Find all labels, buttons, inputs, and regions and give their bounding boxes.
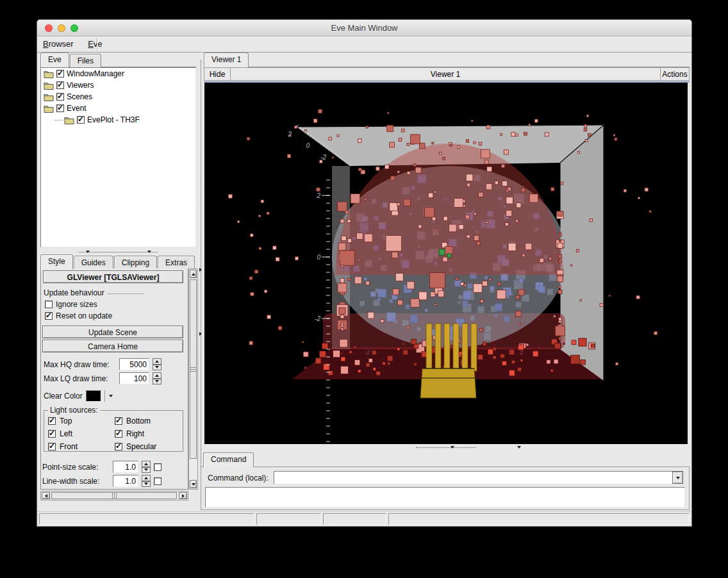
tree-item-windowmanager[interactable]: ✓WindowManager bbox=[41, 68, 195, 79]
splitter-arrow-icon bbox=[451, 446, 454, 449]
command-input[interactable] bbox=[274, 471, 684, 484]
tab-extras[interactable]: Extras bbox=[158, 256, 195, 269]
style-horizontal-scrollbar[interactable] bbox=[40, 491, 188, 500]
number-entry[interactable]: 1.0 bbox=[113, 475, 138, 487]
light-toggle-specular[interactable]: ✓Specular bbox=[115, 442, 179, 451]
scroll-down-icon[interactable] bbox=[190, 480, 197, 488]
folder-icon bbox=[44, 70, 54, 78]
number-entry[interactable]: 100 bbox=[119, 372, 149, 384]
command-combobox[interactable] bbox=[274, 471, 684, 484]
light-label: Front bbox=[60, 442, 78, 451]
number-entry[interactable]: 5000 bbox=[119, 358, 149, 370]
scroll-right-icon[interactable] bbox=[179, 492, 187, 499]
tree-checkbox-3[interactable]: ✓ bbox=[56, 104, 64, 112]
style-vertical-scrollbar[interactable] bbox=[188, 268, 198, 490]
checkbox-label: Ignore sizes bbox=[56, 300, 97, 309]
checkbox-front[interactable]: ✓ bbox=[48, 443, 56, 450]
checkbox-left[interactable]: ✓ bbox=[48, 430, 56, 438]
scroll-left-icon[interactable] bbox=[42, 492, 50, 499]
checkbox-right[interactable]: ✓ bbox=[115, 430, 122, 438]
tree-item-scenes[interactable]: ✓Scenes bbox=[41, 91, 195, 103]
check-mark: ✓ bbox=[46, 311, 52, 320]
tree-style-splitter[interactable] bbox=[40, 249, 196, 254]
checkbox-top[interactable]: ✓ bbox=[48, 417, 56, 425]
scrollbar-thumb[interactable] bbox=[51, 492, 177, 499]
spin-down-icon[interactable] bbox=[142, 481, 151, 488]
spinner[interactable] bbox=[142, 461, 151, 473]
camera-home-button[interactable]: Camera Home bbox=[42, 340, 183, 352]
scroll-up-icon[interactable] bbox=[190, 270, 197, 278]
tree-checkbox-0[interactable]: ✓ bbox=[56, 70, 64, 78]
scrollbar-thumb[interactable] bbox=[190, 279, 197, 459]
field-label: Max HQ draw time: bbox=[44, 360, 116, 369]
eve-tree-panel: ✓WindowManager✓Viewers✓Scenes✓Event✓EveP… bbox=[40, 67, 196, 247]
color-dropdown-icon[interactable] bbox=[109, 395, 113, 397]
light-toggle-bottom[interactable]: ✓Bottom bbox=[115, 417, 179, 425]
scale-extra-checkbox-0[interactable] bbox=[154, 463, 161, 471]
spin-up-icon[interactable] bbox=[142, 475, 151, 481]
statusbar bbox=[37, 511, 691, 526]
light-toggle-front[interactable]: ✓Front bbox=[48, 442, 112, 451]
tab-files[interactable]: Files bbox=[70, 54, 101, 67]
command-tabrow: Command bbox=[203, 452, 690, 467]
tab-style[interactable]: Style bbox=[40, 254, 73, 269]
scale-label: Point-size scale: bbox=[42, 463, 110, 472]
actions-button[interactable]: Actions bbox=[661, 68, 689, 80]
style-pane: StyleGuidesClippingExtras GLViewer [TGLS… bbox=[40, 254, 198, 511]
svg-text:2: 2 bbox=[316, 192, 320, 199]
checkbox-ignore-sizes[interactable] bbox=[45, 301, 53, 308]
menu-browser[interactable]: Browser bbox=[37, 37, 79, 51]
tab-command[interactable]: Command bbox=[203, 452, 254, 467]
spin-down-icon[interactable] bbox=[153, 379, 161, 385]
divider bbox=[108, 293, 144, 294]
number-entry[interactable]: 1.0 bbox=[113, 461, 138, 473]
scale-extra-checkbox-1[interactable] bbox=[154, 477, 161, 485]
update-scene-button[interactable]: Update Scene bbox=[42, 326, 183, 338]
light-label: Specular bbox=[126, 442, 156, 451]
tree-checkbox-4[interactable]: ✓ bbox=[77, 116, 85, 124]
light-sources-title: Light sources: bbox=[48, 406, 100, 415]
clear-color-swatch[interactable] bbox=[86, 390, 101, 402]
light-toggle-left[interactable]: ✓Left bbox=[48, 429, 112, 438]
tree-checkbox-1[interactable]: ✓ bbox=[56, 81, 64, 89]
tab-clipping[interactable]: Clipping bbox=[114, 256, 157, 269]
command-output[interactable] bbox=[205, 487, 685, 508]
splitter-arrow-icon bbox=[199, 268, 202, 272]
folder-icon bbox=[44, 81, 54, 90]
tab-eve[interactable]: Eve bbox=[40, 53, 69, 67]
tree-item-event[interactable]: ✓Event bbox=[41, 103, 195, 114]
spin-up-icon[interactable] bbox=[153, 358, 161, 365]
spin-down-icon[interactable] bbox=[142, 467, 151, 474]
light-toggle-right[interactable]: ✓Right bbox=[115, 429, 179, 438]
checkbox-reset-on-update[interactable]: ✓ bbox=[45, 312, 53, 320]
spinner[interactable] bbox=[153, 372, 161, 384]
gl-viewport[interactable]: 20-220-2-22 bbox=[204, 83, 688, 444]
spin-up-icon[interactable] bbox=[142, 461, 151, 467]
hide-button[interactable]: Hide bbox=[204, 68, 230, 80]
svg-text:2: 2 bbox=[519, 349, 523, 356]
titlebar: Eve Main Window bbox=[37, 20, 691, 37]
check-mark: ✓ bbox=[57, 69, 63, 78]
style-tabrow: StyleGuidesClippingExtras bbox=[40, 254, 198, 269]
left-tabrow: EveFiles bbox=[40, 53, 196, 67]
spin-up-icon[interactable] bbox=[153, 372, 161, 379]
left-right-splitter[interactable] bbox=[198, 53, 204, 511]
tab-viewer-1[interactable]: Viewer 1 bbox=[204, 53, 249, 67]
light-label: Right bbox=[126, 429, 144, 438]
light-toggle-top[interactable]: ✓Top bbox=[48, 417, 112, 425]
spin-down-icon[interactable] bbox=[153, 365, 161, 371]
tab-guides[interactable]: Guides bbox=[74, 256, 113, 269]
check-mark: ✓ bbox=[57, 80, 63, 89]
spinner[interactable] bbox=[142, 475, 151, 487]
menu-eve[interactable]: Eve bbox=[82, 37, 108, 51]
checkbox-specular[interactable]: ✓ bbox=[115, 443, 122, 450]
checkbox-bottom[interactable]: ✓ bbox=[115, 417, 122, 425]
spinner[interactable] bbox=[153, 358, 161, 370]
tree-item-eveplot-th3f[interactable]: ✓EvePlot - TH3F bbox=[41, 114, 195, 126]
viewer-command-splitter[interactable] bbox=[204, 445, 688, 450]
tree-checkbox-2[interactable]: ✓ bbox=[56, 93, 64, 101]
svg-text:-2: -2 bbox=[315, 315, 320, 322]
tree-item-viewers[interactable]: ✓Viewers bbox=[41, 79, 195, 91]
combobox-dropdown-icon[interactable] bbox=[672, 472, 683, 484]
glviewer-button[interactable]: GLViewer [TGLSAViewer] bbox=[43, 270, 183, 283]
